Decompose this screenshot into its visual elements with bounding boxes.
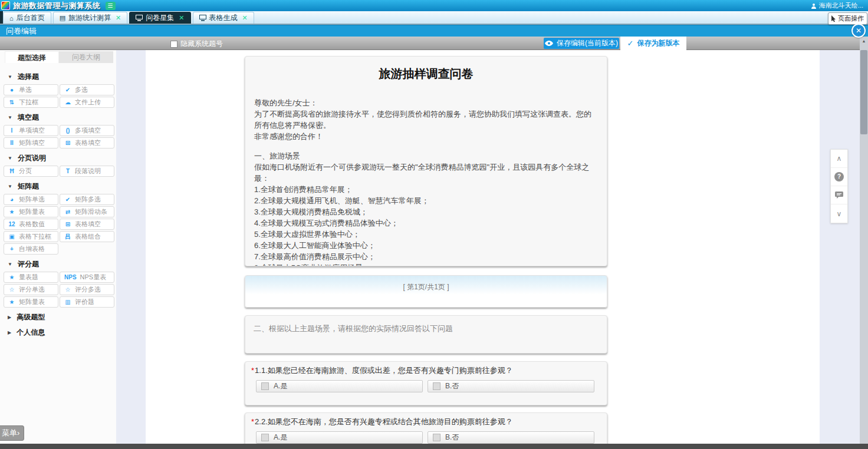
qtype-label: 表格下拉框 [19,232,51,241]
qtype-auto-table[interactable]: +自增表格 [4,243,58,255]
close-tab-icon[interactable]: ✕ [116,14,121,22]
qtype-nps-scale[interactable]: NPSNPS量表 [60,272,114,283]
section-header-blank[interactable]: ▼填空题 [0,110,116,125]
scene-line: 6.全球最大人工智能商业体验中心； [254,240,598,251]
section-title: 个人信息 [17,328,45,338]
qtype-label: 矩阵填空 [19,138,45,147]
vertical-scrollbar[interactable]: ▲ [860,37,868,444]
qtype-matrix-blank[interactable]: II矩阵填空 [4,137,58,148]
option-item[interactable]: A.是 [256,380,423,392]
qtype-table-blank-2[interactable]: ⊞表格填空 [60,219,114,230]
user-account[interactable]: 海南北斗天绘... [811,1,868,10]
pie-icon: ◕ [8,196,15,203]
qtype-multi-choice[interactable]: ✔多选 [60,84,114,95]
section-header-advanced[interactable]: ▶高级题型 [0,309,116,325]
close-tab-icon[interactable]: ✕ [179,14,184,22]
scroll-down-button[interactable]: ∨ [831,204,847,223]
qtype-single-choice[interactable]: ●单选 [4,84,58,95]
close-editor-button[interactable]: ✕ [851,24,866,38]
qtype-label: 单项填空 [19,126,45,135]
number-icon: 12 [8,221,15,227]
checkbox-icon[interactable] [433,382,440,390]
qtype-table-combo[interactable]: 吕表格组合 [60,231,114,242]
scene-line: 3.全球最大规模消费精品免税城； [254,206,598,217]
qtype-dropdown[interactable]: ⇅下拉框 [4,97,58,108]
scrollbar-thumb[interactable] [860,50,867,134]
qtype-single-blank[interactable]: I单项填空 [4,125,58,136]
qtype-matrix-slider[interactable]: ⇄矩阵滑动条 [60,206,114,217]
qtype-paragraph-note[interactable]: T段落说明 [60,166,114,177]
checkbox-icon[interactable] [261,382,269,390]
section-header-choice[interactable]: ▼选择题 [0,69,116,84]
scrollbar-up-arrow[interactable]: ▲ [860,37,868,45]
page-break-card[interactable]: [ 第1页/共1页 ] [245,275,607,308]
option-item[interactable]: A.是 [256,431,423,444]
section-header-matrix[interactable]: ▼矩阵题 [0,179,116,194]
survey-intro-lines: 尊敬的先生/女士：为了不断提高我省的旅游接待水平，使您得到质价相符的服务，请您协… [254,97,598,142]
feedback-button[interactable] [831,186,847,204]
hamburger-menu-icon[interactable]: ☰ [106,2,116,10]
qtype-matrix-multi[interactable]: ✔矩阵多选 [60,194,114,205]
tab-tourism-stats[interactable]: ▤ 旅游统计测算 ✕ [53,12,128,24]
cursor-ii-icon: II [8,140,15,146]
qtype-file-upload[interactable]: ☁文件上传 [60,97,114,108]
qtype-score-single[interactable]: ☆评分单选 [4,284,58,295]
section-header-personal[interactable]: ▶个人信息 [0,325,116,340]
bottom-status-bar [0,444,868,449]
survey-intro-card[interactable]: 旅游抽样调查问卷 尊敬的先生/女士：为了不断提高我省的旅游接待水平，使您得到质价… [245,56,607,266]
user-icon [811,3,817,9]
chevron-icon: ▶ [8,315,11,320]
close-tab-icon[interactable]: ✕ [242,14,248,22]
qtype-page-break[interactable]: Ħ分页 [4,166,58,177]
qtype-table-dropdown[interactable]: ▣表格下拉框 [4,231,58,242]
option-item[interactable]: B.否 [428,380,594,392]
eye-icon [545,41,553,46]
option-item[interactable]: B.否 [428,431,594,444]
section-title-card[interactable]: 二、根据以上主题场景，请根据您的实际情况回答以下问题 [245,315,607,354]
qtype-score-multi[interactable]: ☆评分多选 [60,284,114,295]
tab-survey-outline[interactable]: 问卷大纲 [59,51,113,63]
help-button[interactable]: ? [831,168,847,186]
hide-numbers-label: 隐藏系统题号 [180,39,223,49]
editor-body: 题型选择 问卷大纲 ▼选择题●单选✔多选⇅下拉框☁文件上传▼填空题I单项填空()… [0,50,868,444]
tab-home[interactable]: ⌂ 后台首页 [3,12,51,24]
page-action-button[interactable]: 页面操作 [828,12,867,25]
hide-question-numbers[interactable]: 隐藏系统题号 [170,39,223,49]
save-new-version-button[interactable]: ✓ 保存为新版本 [620,37,686,50]
checkbox-icon[interactable] [261,434,269,441]
app-logo [1,1,10,10]
question-card-2[interactable]: *2.2.如果您不在海南，您是否有兴趣专程或结合其他旅游目的购票前往参观？A.是… [245,412,607,444]
editor-toolbar: 隐藏系统题号 保存编辑(当前版本) ✓ 保存为新版本 [0,37,868,50]
chevron-icon: ▼ [8,74,12,80]
monitor-icon [136,15,143,21]
checkbox-icon[interactable] [433,434,440,441]
qtype-evaluation[interactable]: ▥评价题 [60,296,114,308]
menu-drawer-handle[interactable]: 菜单› [0,425,24,441]
section-header-rating[interactable]: ▼评分题 [0,256,116,272]
qtype-label: 评分单选 [19,285,45,294]
qtype-label: 矩阵滑动条 [75,207,107,216]
qtype-multi-blank[interactable]: ()多项填空 [60,125,114,136]
question-card-1[interactable]: *1.1.如果您已经在海南旅游、度假或出差，您是否有兴趣专门购票前往参观？A.是… [245,361,607,405]
tab-question-types[interactable]: 题型选择 [5,51,59,63]
qtype-table-number[interactable]: 12表格数值 [4,219,58,230]
stars-icon: ★ [8,209,15,215]
question-label: 2.2.如果您不在海南，您是否有兴趣专程或结合其他旅游目的购票前往参观？ [255,417,513,426]
user-name: 海南北斗天绘... [819,1,863,10]
qtype-table-blank[interactable]: ⊞表格填空 [60,137,114,148]
tab-table-generate[interactable]: 表格生成 ✕ [193,12,254,24]
qtype-matrix-single[interactable]: ◕矩阵单选 [4,194,58,205]
section-header-paging[interactable]: ▼分页说明 [0,150,116,166]
slider-icon: ⇄ [64,209,71,215]
qtype-matrix-scale[interactable]: ★矩阵量表 [4,206,58,217]
app-title: 旅游数据管理与测算系统 [13,1,101,11]
monitor-icon [199,15,206,21]
save-current-version-button[interactable]: 保存编辑(当前版本) [544,38,619,49]
qtype-scale[interactable]: ★量表题 [4,272,58,283]
qtype-matrix-scale-2[interactable]: ★矩阵量表 [4,296,58,308]
tab-survey-star[interactable]: 问卷星集 ✕ [129,12,190,24]
option-row: A.是B.否 [256,431,601,444]
scroll-up-button[interactable]: ∧ [831,150,847,168]
hide-numbers-checkbox[interactable] [170,41,177,48]
chevron-icon: ▼ [8,156,12,161]
